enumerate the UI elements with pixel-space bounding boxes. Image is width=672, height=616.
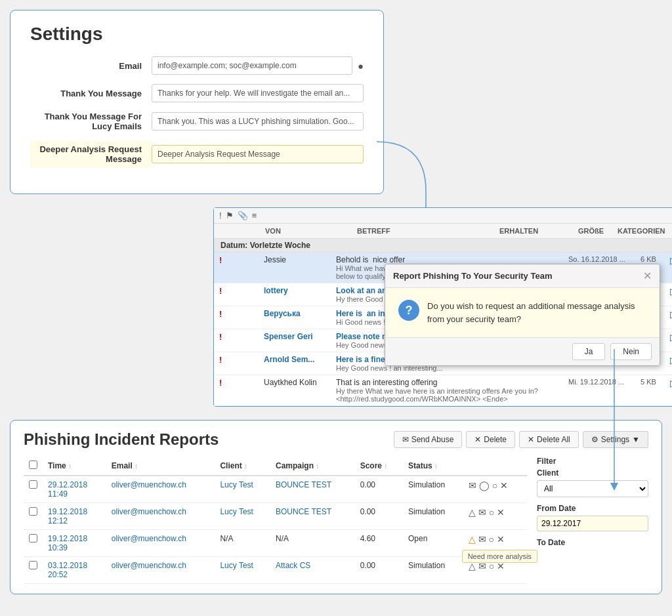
- row4-email: oliver@muenchow.ch: [106, 557, 215, 584]
- row1-client-link[interactable]: Lucy Test: [220, 480, 253, 489]
- reports-title: Phishing Incident Reports: [24, 430, 219, 449]
- row2-client-link[interactable]: Lucy Test: [220, 507, 253, 516]
- row3-email-link[interactable]: oliver@muenchow.ch: [112, 534, 186, 543]
- row3-envelope-icon[interactable]: ✉: [478, 534, 486, 544]
- reports-table: Time ↕ Email ↕ Client ↕ Campaign ↕ Score…: [24, 457, 527, 584]
- row1-envelope-icon[interactable]: ✉: [469, 480, 476, 491]
- thank-you-lucy-label: Thank You Message For Lucy Emails: [30, 112, 152, 131]
- row1-warning-icon[interactable]: ◯: [479, 480, 490, 491]
- sort-client[interactable]: ↕: [244, 462, 247, 470]
- row3-action-icons: △ ✉ ○ ✕ Need more analysis: [469, 534, 505, 544]
- row2-score: 0.00: [355, 503, 403, 530]
- row1-email-link[interactable]: oliver@muenchow.ch: [112, 480, 186, 489]
- sort-campaign[interactable]: ↕: [316, 462, 319, 470]
- settings-dropdown-icon: ▼: [632, 435, 640, 444]
- row2-triangle-icon[interactable]: △: [469, 507, 476, 518]
- row1-checkbox[interactable]: [29, 480, 37, 489]
- row4-client-link[interactable]: Lucy Test: [220, 561, 253, 570]
- modal-yes-button[interactable]: Ja: [572, 343, 606, 360]
- flag-icon[interactable]: ⚑: [226, 211, 234, 220]
- thank-you-input[interactable]: [152, 84, 364, 102]
- col-actions: [463, 457, 527, 476]
- row3-circle-icon[interactable]: ○: [488, 534, 494, 544]
- row4-check: [24, 557, 43, 584]
- need-more-analysis-tooltip: Need more analysis: [462, 550, 537, 563]
- col-time: Time ↕: [43, 457, 106, 476]
- send-abuse-icon: ✉: [402, 435, 409, 444]
- col-email: Email ↕: [106, 457, 215, 476]
- sort-time[interactable]: ↕: [68, 462, 72, 470]
- modal-close-button[interactable]: ✕: [643, 270, 652, 282]
- reports-toolbar: ✉ Send Abuse ✕ Delete ✕ Delete All ⚙ Set…: [394, 431, 648, 448]
- row2-client: Lucy Test: [215, 503, 270, 530]
- row1-campaign-link[interactable]: BOUNCE TEST: [276, 480, 331, 489]
- row4-campaign-link[interactable]: Attack CS: [276, 561, 310, 570]
- received-1: So. 16.12.2018 ...: [568, 255, 640, 263]
- row4-time: 03.12.201820:52: [43, 557, 106, 584]
- attach-icon[interactable]: 📎: [238, 211, 248, 220]
- row4-client: Lucy Test: [215, 557, 270, 584]
- modal-no-button[interactable]: Nein: [610, 343, 652, 360]
- col-campaign: Campaign ↕: [270, 457, 355, 476]
- row2-email-link[interactable]: oliver@muenchow.ch: [112, 507, 186, 516]
- send-abuse-button[interactable]: ✉ Send Abuse: [394, 431, 463, 448]
- subject-6: That is an interesting offering: [336, 378, 568, 387]
- row2-checkbox[interactable]: [29, 507, 37, 516]
- col-subject: BETREFF: [357, 227, 499, 235]
- info-icon[interactable]: ●: [358, 60, 364, 72]
- from-date-input[interactable]: [537, 516, 648, 531]
- row1-time-link[interactable]: 29.12.201811:49: [48, 480, 87, 499]
- menu-icon[interactable]: ≡: [252, 211, 257, 220]
- row1-actions: ✉ ◯ ○ ✕: [463, 476, 527, 503]
- modal-overlay: Report Phishing To Your Security Team ✕ …: [385, 264, 660, 366]
- row2-time: 19.12.201812:12: [43, 503, 106, 530]
- row2-circle-icon[interactable]: ○: [489, 507, 494, 518]
- table-row-3: 19.12.201810:39 oliver@muenchow.ch N/A N…: [24, 530, 527, 557]
- row1-circle-icon[interactable]: ○: [492, 480, 497, 491]
- client-filter-select[interactable]: All: [537, 480, 648, 497]
- delete-button[interactable]: ✕ Delete: [466, 431, 515, 448]
- col-size: GRÖßE: [578, 227, 618, 235]
- row2-check: [24, 503, 43, 530]
- row1-x-icon[interactable]: ✕: [500, 480, 508, 491]
- row3-checkbox[interactable]: [29, 534, 37, 543]
- delete-all-button[interactable]: ✕ Delete All: [519, 431, 579, 448]
- row2-email: oliver@muenchow.ch: [106, 503, 215, 530]
- settings-label: Settings: [601, 435, 629, 444]
- email-panel-wrapper: ! ⚑ 📎 ≡ VON BETREFF ERHALTEN GRÖßE KATEG…: [112, 207, 591, 407]
- col-from: VON: [265, 227, 357, 235]
- row3-x-icon[interactable]: ✕: [497, 534, 505, 544]
- col-status: Status ↕: [403, 457, 463, 476]
- row1-check: [24, 476, 43, 503]
- row4-time-link[interactable]: 03.12.201820:52: [48, 561, 87, 579]
- thank-you-lucy-input[interactable]: [152, 112, 364, 131]
- select-all-checkbox[interactable]: [29, 461, 37, 469]
- row3-time-link[interactable]: 19.12.201810:39: [48, 534, 87, 552]
- modal-body: ? Do you wish to request an additional m…: [385, 288, 660, 337]
- row2-envelope-icon[interactable]: ✉: [478, 507, 486, 518]
- row4-checkbox[interactable]: [29, 561, 37, 569]
- from-2: lottery: [264, 286, 336, 295]
- deeper-analysis-row: Deeper Analysis Request Message: [30, 140, 364, 168]
- row3-score: 4.60: [355, 530, 403, 557]
- sort-score[interactable]: ↕: [384, 462, 387, 470]
- email-label: Email: [30, 61, 152, 71]
- row2-campaign-link[interactable]: BOUNCE TEST: [276, 507, 331, 516]
- row3-triangle-icon[interactable]: △: [469, 534, 476, 544]
- email-input[interactable]: [152, 56, 352, 75]
- settings-panel: Settings Email ● Thank You Message Thank…: [10, 10, 384, 194]
- exclaim-icon[interactable]: !: [219, 211, 222, 220]
- row2-x-icon[interactable]: ✕: [497, 507, 505, 518]
- row3-check: [24, 530, 43, 557]
- modal-header: Report Phishing To Your Security Team ✕: [385, 264, 660, 288]
- deeper-analysis-input[interactable]: [152, 145, 364, 163]
- content-6: That is an interesting offering Hy there…: [336, 378, 568, 403]
- row4-email-link[interactable]: oliver@muenchow.ch: [112, 561, 186, 570]
- row2-time-link[interactable]: 19.12.201812:12: [48, 507, 87, 525]
- thank-you-lucy-row: Thank You Message For Lucy Emails: [30, 112, 364, 131]
- sort-email[interactable]: ↕: [135, 462, 138, 470]
- email-row-6[interactable]: ! Uaytkhed Kolin That is an interesting …: [214, 375, 672, 406]
- sort-status[interactable]: ↕: [434, 462, 438, 470]
- settings-button[interactable]: ⚙ Settings ▼: [583, 431, 648, 448]
- size-1: 6 KB: [640, 255, 670, 263]
